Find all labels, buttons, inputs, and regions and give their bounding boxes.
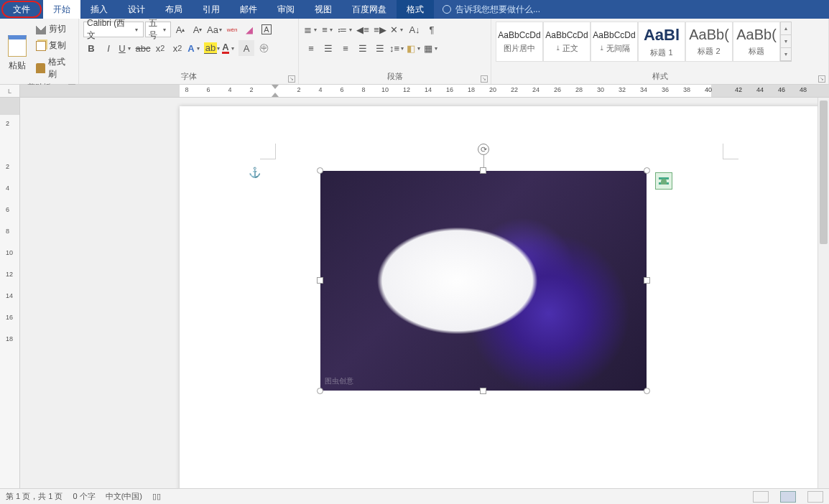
cut-button[interactable]: 剪切 bbox=[33, 22, 74, 37]
rotate-handle[interactable]: ⟳ bbox=[478, 144, 489, 155]
shrink-font-button[interactable]: A▾ bbox=[190, 22, 205, 37]
bold-button[interactable]: B bbox=[83, 40, 99, 56]
style-option[interactable]: AaBbCcDd⤓正文 bbox=[543, 22, 591, 62]
status-word-count[interactable]: 0 个字 bbox=[73, 491, 95, 502]
borders-button[interactable]: ▦▾ bbox=[424, 40, 440, 56]
shading-button[interactable]: ◧▾ bbox=[407, 40, 422, 56]
superscript-button[interactable]: x2 bbox=[170, 40, 185, 56]
format-painter-button[interactable]: 格式刷 bbox=[33, 55, 74, 82]
resize-handle[interactable] bbox=[644, 277, 650, 284]
text-direction-button[interactable]: ✕▾ bbox=[389, 22, 405, 37]
style-option[interactable]: AaBb(标题 2 bbox=[685, 22, 733, 62]
style-sample: AaBl bbox=[644, 26, 680, 45]
font-launcher[interactable]: ↘ bbox=[288, 75, 295, 83]
align-center-button[interactable]: ☰ bbox=[320, 40, 336, 56]
view-print-layout-button[interactable] bbox=[780, 491, 796, 503]
font-name-combo[interactable]: Calibri (西文▾ bbox=[83, 22, 144, 37]
grow-font-button[interactable]: A▴ bbox=[172, 22, 188, 37]
style-option[interactable]: AaBbCcDd⤓无间隔 bbox=[591, 22, 638, 62]
text-effects-button[interactable]: A▾ bbox=[187, 40, 203, 56]
document-canvas[interactable]: ⚓ ⟳ 图虫创意 bbox=[20, 98, 829, 488]
layout-options-icon bbox=[659, 177, 669, 185]
justify-button[interactable]: ☰ bbox=[355, 40, 371, 56]
align-left-button[interactable]: ≡ bbox=[303, 40, 319, 56]
status-page[interactable]: 第 1 页，共 1 页 bbox=[6, 491, 62, 502]
inserted-image[interactable]: 图虫创意 bbox=[320, 171, 647, 391]
bullets-button[interactable]: ≣▾ bbox=[303, 22, 319, 37]
clear-formatting-button[interactable]: ◢ bbox=[241, 22, 257, 37]
font-color-button[interactable]: A▾ bbox=[221, 40, 237, 56]
menu-tab-review[interactable]: 审阅 bbox=[267, 0, 305, 19]
resize-handle[interactable] bbox=[317, 167, 323, 174]
copy-button[interactable]: 复制 bbox=[33, 38, 74, 53]
numbering-button[interactable]: ≡▾ bbox=[320, 22, 336, 37]
view-read-mode-button[interactable] bbox=[753, 491, 769, 503]
menu-tab-layout[interactable]: 布局 bbox=[155, 0, 193, 19]
style-label: 标题 1 bbox=[650, 47, 672, 58]
underline-button[interactable]: U▾ bbox=[118, 40, 134, 56]
distributed-button[interactable]: ☰ bbox=[372, 40, 388, 56]
align-right-button[interactable]: ≡ bbox=[338, 40, 353, 56]
menu-file[interactable]: 文件 bbox=[1, 1, 42, 18]
menu-tab-home[interactable]: 开始 bbox=[43, 0, 80, 19]
menu-tab-design[interactable]: 设计 bbox=[118, 0, 155, 19]
styles-scroll-up[interactable]: ▴ bbox=[781, 22, 791, 35]
first-line-indent-marker[interactable] bbox=[272, 85, 279, 89]
styles-launcher[interactable]: ↘ bbox=[818, 75, 825, 83]
resize-handle[interactable] bbox=[317, 388, 323, 394]
subscript-button[interactable]: x2 bbox=[152, 40, 168, 56]
enclose-characters-button[interactable]: ㊥ bbox=[256, 40, 272, 56]
style-label: 标题 bbox=[749, 46, 764, 57]
menu-tab-view[interactable]: 视图 bbox=[305, 0, 342, 19]
layout-options-button[interactable] bbox=[655, 172, 672, 190]
line-spacing-button[interactable]: ↕≡▾ bbox=[389, 40, 405, 56]
character-border-button[interactable]: A bbox=[259, 22, 274, 37]
resize-handle[interactable] bbox=[644, 388, 650, 394]
styles-scroll-down[interactable]: ▾ bbox=[781, 35, 791, 48]
multilevel-list-button[interactable]: ≔▾ bbox=[338, 22, 353, 37]
highlight-button[interactable]: ab▾ bbox=[204, 40, 220, 56]
menu-tab-insert[interactable]: 插入 bbox=[80, 0, 118, 19]
menu-tab-baidu[interactable]: 百度网盘 bbox=[342, 0, 397, 19]
menu-tab-format[interactable]: 格式 bbox=[397, 0, 434, 19]
hanging-indent-marker[interactable] bbox=[272, 93, 279, 97]
style-option[interactable]: AaBb(标题 bbox=[733, 22, 780, 62]
macro-recording-icon[interactable]: ▯▯ bbox=[152, 492, 161, 501]
show-marks-button[interactable]: ¶ bbox=[424, 22, 440, 37]
resize-handle[interactable] bbox=[644, 167, 650, 174]
sort-button[interactable]: A↓ bbox=[407, 22, 422, 37]
scissors-icon bbox=[36, 24, 46, 34]
resize-handle[interactable] bbox=[480, 167, 486, 174]
character-shading-button[interactable]: A bbox=[238, 40, 254, 56]
decrease-indent-button[interactable]: ◀≡ bbox=[355, 22, 371, 37]
page: ⚓ ⟳ 图虫创意 bbox=[180, 106, 829, 488]
image-selection[interactable]: ⟳ 图虫创意 bbox=[320, 171, 647, 391]
vertical-scrollbar[interactable] bbox=[818, 98, 829, 488]
menu-bar: 文件 开始 插入 设计 布局 引用 邮件 审阅 视图 百度网盘 格式 告诉我您想… bbox=[0, 0, 829, 19]
style-option[interactable]: AaBl标题 1 bbox=[638, 22, 685, 62]
paragraph-launcher[interactable]: ↘ bbox=[481, 75, 488, 83]
tell-me-search[interactable]: 告诉我您想要做什么... bbox=[434, 0, 549, 19]
style-label: 正文 bbox=[562, 43, 578, 54]
style-option[interactable]: AaBbCcDd图片居中 bbox=[496, 22, 543, 62]
phonetic-guide-button[interactable]: wén bbox=[224, 22, 240, 37]
menu-tab-references[interactable]: 引用 bbox=[193, 0, 230, 19]
paste-button[interactable]: 粘贴 bbox=[4, 22, 30, 82]
menu-tab-mailings[interactable]: 邮件 bbox=[230, 0, 267, 19]
resize-handle[interactable] bbox=[317, 277, 323, 284]
increase-indent-button[interactable]: ≡▶ bbox=[372, 22, 388, 37]
ruler-vertical[interactable]: 224681012141618 bbox=[0, 98, 20, 488]
view-web-layout-button[interactable] bbox=[807, 491, 823, 503]
scrollbar-thumb[interactable] bbox=[820, 101, 828, 244]
ruler-horizontal-area: L 86422468101214161820222426283032343638… bbox=[0, 85, 829, 98]
strikethrough-button[interactable]: abc bbox=[135, 40, 151, 56]
resize-handle[interactable] bbox=[480, 388, 486, 394]
style-sample: AaBbCcDd bbox=[593, 30, 635, 40]
font-size-combo[interactable]: 五号▾ bbox=[145, 22, 171, 37]
italic-button[interactable]: I bbox=[101, 40, 116, 56]
ruler-horizontal[interactable]: 8642246810121416182022242628303234363840… bbox=[20, 85, 829, 97]
change-case-button[interactable]: Aa▾ bbox=[207, 22, 223, 37]
status-bar: 第 1 页，共 1 页 0 个字 中文(中国) ▯▯ bbox=[0, 488, 829, 504]
status-language[interactable]: 中文(中国) bbox=[106, 491, 142, 502]
styles-expand[interactable]: ▾ bbox=[781, 48, 791, 61]
